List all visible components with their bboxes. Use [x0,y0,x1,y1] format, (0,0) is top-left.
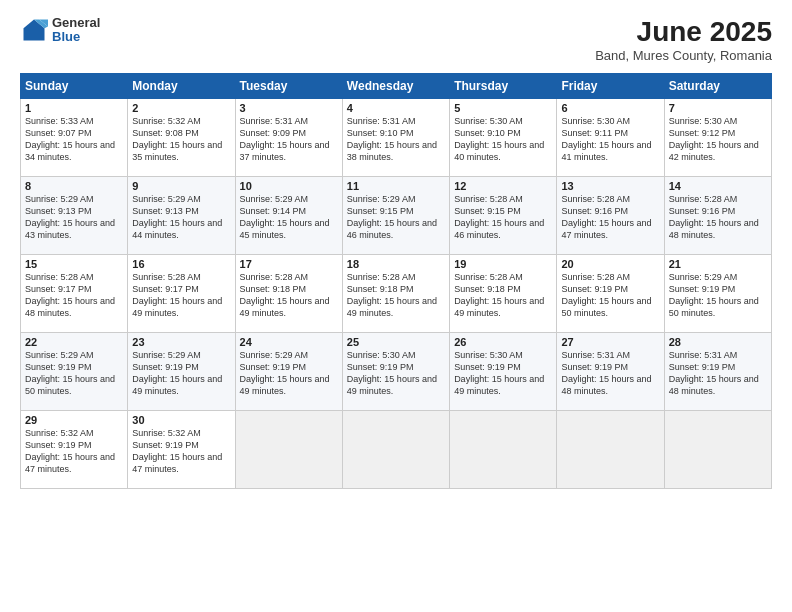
day-number: 7 [669,102,767,114]
day-number: 23 [132,336,230,348]
logo: General Blue [20,16,100,45]
day-cell: 2Sunrise: 5:32 AMSunset: 9:08 PMDaylight… [128,99,235,177]
week-row-1: 1Sunrise: 5:33 AMSunset: 9:07 PMDaylight… [21,99,772,177]
day-cell: 26Sunrise: 5:30 AMSunset: 9:19 PMDayligh… [450,333,557,411]
day-cell: 15Sunrise: 5:28 AMSunset: 9:17 PMDayligh… [21,255,128,333]
day-cell: 3Sunrise: 5:31 AMSunset: 9:09 PMDaylight… [235,99,342,177]
day-cell: 1Sunrise: 5:33 AMSunset: 9:07 PMDaylight… [21,99,128,177]
logo-text: General Blue [52,16,100,45]
day-info: Sunrise: 5:28 AMSunset: 9:15 PMDaylight:… [454,193,552,242]
day-number: 21 [669,258,767,270]
header-cell-tuesday: Tuesday [235,74,342,99]
day-info: Sunrise: 5:28 AMSunset: 9:19 PMDaylight:… [561,271,659,320]
day-info: Sunrise: 5:30 AMSunset: 9:11 PMDaylight:… [561,115,659,164]
logo-icon [20,16,48,44]
day-info: Sunrise: 5:32 AMSunset: 9:08 PMDaylight:… [132,115,230,164]
calendar-subtitle: Band, Mures County, Romania [595,48,772,63]
day-cell: 13Sunrise: 5:28 AMSunset: 9:16 PMDayligh… [557,177,664,255]
header-cell-friday: Friday [557,74,664,99]
page: General Blue June 2025 Band, Mures Count… [0,0,792,612]
day-info: Sunrise: 5:28 AMSunset: 9:16 PMDaylight:… [561,193,659,242]
day-info: Sunrise: 5:33 AMSunset: 9:07 PMDaylight:… [25,115,123,164]
day-number: 16 [132,258,230,270]
day-info: Sunrise: 5:30 AMSunset: 9:19 PMDaylight:… [454,349,552,398]
day-cell [342,411,449,489]
day-cell: 10Sunrise: 5:29 AMSunset: 9:14 PMDayligh… [235,177,342,255]
day-number: 2 [132,102,230,114]
day-info: Sunrise: 5:31 AMSunset: 9:19 PMDaylight:… [561,349,659,398]
day-info: Sunrise: 5:29 AMSunset: 9:13 PMDaylight:… [132,193,230,242]
day-number: 17 [240,258,338,270]
day-info: Sunrise: 5:30 AMSunset: 9:10 PMDaylight:… [454,115,552,164]
day-info: Sunrise: 5:29 AMSunset: 9:19 PMDaylight:… [25,349,123,398]
day-number: 15 [25,258,123,270]
day-cell [664,411,771,489]
day-info: Sunrise: 5:31 AMSunset: 9:19 PMDaylight:… [669,349,767,398]
day-cell: 22Sunrise: 5:29 AMSunset: 9:19 PMDayligh… [21,333,128,411]
day-info: Sunrise: 5:29 AMSunset: 9:19 PMDaylight:… [669,271,767,320]
day-number: 14 [669,180,767,192]
day-cell: 21Sunrise: 5:29 AMSunset: 9:19 PMDayligh… [664,255,771,333]
day-number: 24 [240,336,338,348]
day-info: Sunrise: 5:31 AMSunset: 9:10 PMDaylight:… [347,115,445,164]
header-cell-wednesday: Wednesday [342,74,449,99]
header: General Blue June 2025 Band, Mures Count… [20,16,772,63]
day-info: Sunrise: 5:28 AMSunset: 9:17 PMDaylight:… [132,271,230,320]
day-cell: 14Sunrise: 5:28 AMSunset: 9:16 PMDayligh… [664,177,771,255]
day-number: 8 [25,180,123,192]
day-number: 1 [25,102,123,114]
week-row-3: 15Sunrise: 5:28 AMSunset: 9:17 PMDayligh… [21,255,772,333]
day-cell: 28Sunrise: 5:31 AMSunset: 9:19 PMDayligh… [664,333,771,411]
day-number: 26 [454,336,552,348]
day-cell: 18Sunrise: 5:28 AMSunset: 9:18 PMDayligh… [342,255,449,333]
day-cell [557,411,664,489]
day-cell: 11Sunrise: 5:29 AMSunset: 9:15 PMDayligh… [342,177,449,255]
day-cell: 19Sunrise: 5:28 AMSunset: 9:18 PMDayligh… [450,255,557,333]
day-info: Sunrise: 5:28 AMSunset: 9:18 PMDaylight:… [454,271,552,320]
day-number: 12 [454,180,552,192]
week-row-2: 8Sunrise: 5:29 AMSunset: 9:13 PMDaylight… [21,177,772,255]
day-info: Sunrise: 5:28 AMSunset: 9:18 PMDaylight:… [240,271,338,320]
day-info: Sunrise: 5:29 AMSunset: 9:13 PMDaylight:… [25,193,123,242]
day-number: 13 [561,180,659,192]
day-cell: 29Sunrise: 5:32 AMSunset: 9:19 PMDayligh… [21,411,128,489]
day-number: 29 [25,414,123,426]
day-number: 11 [347,180,445,192]
day-number: 18 [347,258,445,270]
day-number: 4 [347,102,445,114]
header-cell-thursday: Thursday [450,74,557,99]
day-cell: 20Sunrise: 5:28 AMSunset: 9:19 PMDayligh… [557,255,664,333]
day-number: 5 [454,102,552,114]
day-number: 3 [240,102,338,114]
day-cell: 4Sunrise: 5:31 AMSunset: 9:10 PMDaylight… [342,99,449,177]
header-cell-sunday: Sunday [21,74,128,99]
day-cell [235,411,342,489]
day-info: Sunrise: 5:30 AMSunset: 9:19 PMDaylight:… [347,349,445,398]
day-info: Sunrise: 5:29 AMSunset: 9:19 PMDaylight:… [240,349,338,398]
day-cell: 5Sunrise: 5:30 AMSunset: 9:10 PMDaylight… [450,99,557,177]
title-block: June 2025 Band, Mures County, Romania [595,16,772,63]
logo-general-text: General [52,16,100,30]
calendar-title: June 2025 [595,16,772,48]
week-row-4: 22Sunrise: 5:29 AMSunset: 9:19 PMDayligh… [21,333,772,411]
logo-blue-text: Blue [52,30,100,44]
day-number: 25 [347,336,445,348]
day-info: Sunrise: 5:29 AMSunset: 9:15 PMDaylight:… [347,193,445,242]
day-info: Sunrise: 5:30 AMSunset: 9:12 PMDaylight:… [669,115,767,164]
day-number: 19 [454,258,552,270]
day-info: Sunrise: 5:29 AMSunset: 9:14 PMDaylight:… [240,193,338,242]
day-cell: 8Sunrise: 5:29 AMSunset: 9:13 PMDaylight… [21,177,128,255]
day-info: Sunrise: 5:28 AMSunset: 9:18 PMDaylight:… [347,271,445,320]
day-cell: 27Sunrise: 5:31 AMSunset: 9:19 PMDayligh… [557,333,664,411]
day-number: 9 [132,180,230,192]
day-info: Sunrise: 5:28 AMSunset: 9:16 PMDaylight:… [669,193,767,242]
day-info: Sunrise: 5:28 AMSunset: 9:17 PMDaylight:… [25,271,123,320]
day-number: 20 [561,258,659,270]
header-cell-saturday: Saturday [664,74,771,99]
header-cell-monday: Monday [128,74,235,99]
day-cell: 24Sunrise: 5:29 AMSunset: 9:19 PMDayligh… [235,333,342,411]
day-info: Sunrise: 5:32 AMSunset: 9:19 PMDaylight:… [132,427,230,476]
day-cell: 12Sunrise: 5:28 AMSunset: 9:15 PMDayligh… [450,177,557,255]
day-number: 27 [561,336,659,348]
day-cell: 7Sunrise: 5:30 AMSunset: 9:12 PMDaylight… [664,99,771,177]
